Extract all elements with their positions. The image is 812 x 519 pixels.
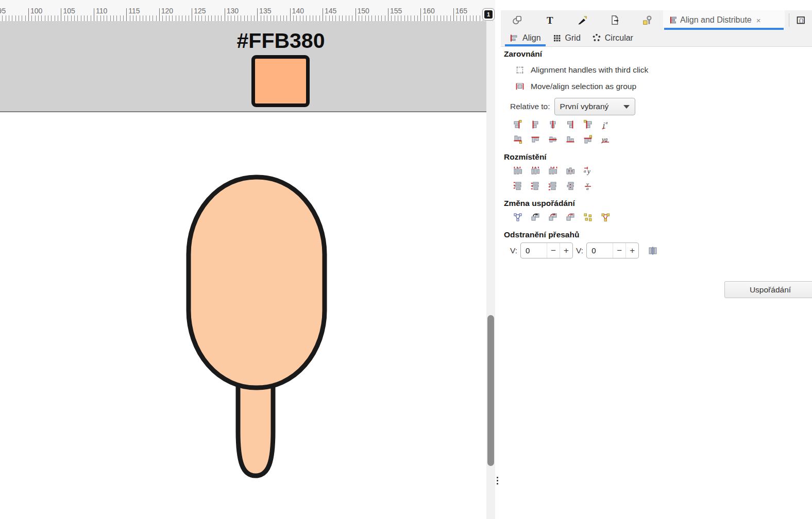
svg-text:a: a — [605, 120, 607, 125]
svg-text:{}: {} — [799, 19, 804, 24]
align-top-to-anchor-bottom-button[interactable] — [582, 134, 593, 145]
h-gap-spinner: 0 − + — [520, 243, 573, 258]
distribute-centers-vertically-button[interactable] — [530, 180, 540, 192]
svg-text:y: y — [586, 167, 590, 175]
graph-layout-button[interactable] — [512, 212, 523, 223]
distribute-horizontal-row: ay — [512, 165, 812, 177]
exchange-clockwise-button[interactable] — [565, 212, 576, 223]
align-left-edges-button[interactable] — [530, 119, 540, 130]
tab-xml-editor[interactable]: {} — [789, 10, 812, 30]
page-number: 1 — [484, 10, 493, 19]
randomize-positions-button[interactable] — [582, 212, 593, 223]
section-title-remove-overlaps: Odstranění přesahů — [504, 230, 812, 239]
align-tab-icon — [669, 15, 679, 25]
center-on-horizontal-axis-button[interactable] — [547, 134, 558, 145]
option-alignment-handles[interactable]: Alignment handles with third click — [504, 62, 812, 78]
active-tab-label: Align and Distribute — [680, 15, 752, 25]
align-right-edges-button[interactable] — [565, 119, 576, 130]
align-vertical-row: ya — [512, 134, 812, 145]
align-left-to-anchor-right-button[interactable] — [582, 119, 593, 130]
v-gap-value[interactable]: 0 — [587, 246, 613, 255]
section-title-distribute: Rozmístění — [504, 152, 812, 162]
svg-text:T: T — [546, 15, 553, 25]
remove-overlaps-button[interactable] — [647, 245, 658, 256]
distribute-centers-horizontally-button[interactable] — [530, 165, 540, 177]
popsicle-drawing — [180, 171, 335, 486]
color-hex-label: #FFB380 — [206, 29, 356, 53]
v-gap-plus-button[interactable]: + — [625, 243, 638, 258]
h-gap-minus-button[interactable]: − — [547, 243, 560, 258]
popsicle-stick — [238, 383, 273, 476]
distribute-text-anchors-button[interactable]: ay — [582, 165, 593, 177]
dock-tab-bar: T Align and Distribute × {} — [501, 10, 812, 30]
v-gap-minus-button[interactable]: − — [613, 243, 625, 258]
h-gap-value[interactable]: 0 — [521, 246, 547, 255]
horizontal-ruler[interactable]: 9510010511011512012513013514014515015516… — [0, 0, 495, 21]
align-right-to-anchor-left-button[interactable] — [512, 119, 523, 130]
remove-overlaps-row: V: 0 − + V: 0 − + — [510, 243, 812, 258]
text-baseline-button[interactable]: ya — [600, 134, 611, 145]
circular-subtab-icon — [592, 33, 601, 43]
section-title-rearrange: Změna uspořádání — [504, 199, 812, 208]
relative-to-label: Relative to: — [510, 102, 550, 111]
tab-align-and-distribute[interactable]: Align and Distribute × — [663, 10, 785, 30]
svg-text:a: a — [586, 186, 589, 191]
subtab-align[interactable]: Align — [504, 30, 547, 46]
unclump-button[interactable] — [600, 212, 611, 223]
arrange-button[interactable]: Uspořádání — [724, 281, 812, 298]
color-swatch — [251, 55, 310, 107]
distribute-bottom-edges-button[interactable] — [547, 180, 558, 192]
subtab-circular[interactable]: Circular — [586, 30, 639, 46]
align-panel-content: Zarovnání Alignment handles with third c… — [501, 47, 812, 258]
remove-overlaps-apply — [647, 245, 658, 256]
option-label: Move/align selection as group — [531, 82, 636, 91]
panel-resize-grip[interactable] — [497, 477, 498, 485]
tab-text[interactable]: T — [533, 10, 566, 30]
relative-to-dropdown[interactable]: První vybraný — [554, 98, 635, 115]
vertical-scrollbar[interactable] — [486, 21, 495, 519]
tab-wrench[interactable] — [631, 10, 663, 30]
align-subtab-icon — [510, 33, 519, 43]
v-gap-spinner: 0 − + — [586, 243, 639, 258]
tab-export[interactable] — [598, 10, 631, 30]
option-move-as-group[interactable]: Move/align selection as group — [504, 78, 812, 95]
scrollbar-thumb[interactable] — [487, 315, 494, 466]
grid-subtab-icon — [552, 33, 562, 43]
distribute-vertical-gaps-button[interactable] — [565, 180, 576, 192]
v-gap-label: V: — [576, 246, 583, 255]
align-subtab-bar: AlignGridCircular — [501, 30, 812, 47]
alignment-handles-icon — [515, 65, 525, 75]
distribute-text-baselines-button[interactable]: ya — [582, 180, 593, 192]
svg-text:a: a — [584, 168, 586, 174]
align-top-edges-button[interactable] — [530, 134, 540, 145]
tab-symbols[interactable] — [501, 10, 533, 30]
align-distribute-panel: T Align and Distribute × {} AlignGridCir… — [501, 0, 812, 519]
tab-pen[interactable] — [566, 10, 598, 30]
h-gap-label: V: — [510, 246, 517, 255]
exchange-stacking-order-button[interactable] — [547, 212, 558, 223]
distribute-right-edges-button[interactable] — [547, 165, 558, 177]
page-indicator-button[interactable]: 1 — [482, 8, 495, 21]
inkscape-window: 9510010511011512012513013514014515015516… — [0, 0, 812, 519]
distribute-left-edges-button[interactable] — [512, 165, 523, 177]
center-on-vertical-axis-button[interactable] — [547, 119, 558, 130]
align-bottom-edges-button[interactable] — [565, 134, 576, 145]
close-icon[interactable]: × — [756, 16, 761, 25]
move-as-group-icon — [515, 82, 525, 91]
distribute-vertical-row: ya — [512, 180, 812, 192]
chevron-down-icon — [623, 105, 630, 109]
align-bottom-to-anchor-top-button[interactable] — [512, 134, 523, 145]
rearrange-row — [512, 212, 812, 223]
xml-icon: {} — [796, 15, 805, 25]
popsicle-body — [189, 177, 325, 388]
distribute-horizontal-gaps-button[interactable] — [565, 165, 576, 177]
section-title-alignment: Zarovnání — [504, 49, 812, 59]
subtab-grid[interactable]: Grid — [547, 30, 586, 46]
relative-to-row: Relative to: První vybraný — [510, 98, 812, 115]
exchange-selection-order-button[interactable] — [530, 212, 540, 223]
panel-gutter — [495, 0, 501, 519]
distribute-top-edges-button[interactable] — [512, 180, 523, 192]
h-gap-plus-button[interactable]: + — [560, 243, 572, 258]
canvas-viewport: 9510010511011512012513013514014515015516… — [0, 0, 495, 519]
text-anchor-horizontal-button[interactable]: ja — [600, 119, 611, 130]
